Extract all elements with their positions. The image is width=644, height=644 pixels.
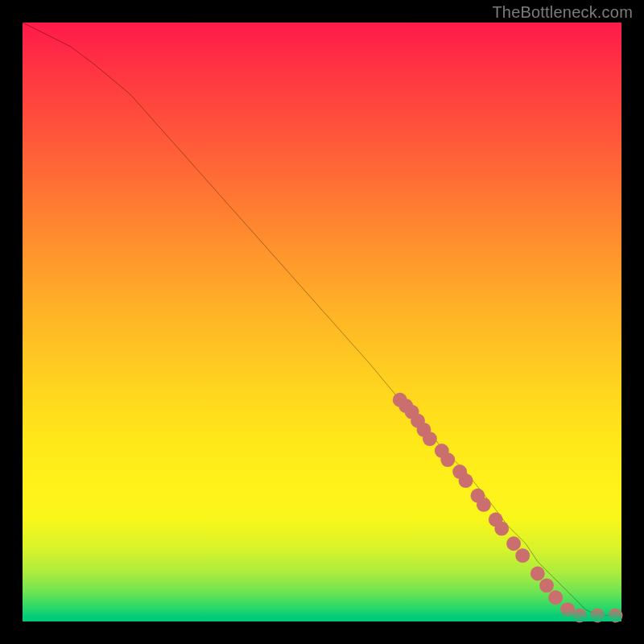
marker-dot (530, 567, 545, 581)
plot-area (23, 23, 621, 621)
marker-dot (440, 452, 455, 467)
marker-group (393, 393, 623, 623)
chart-frame: TheBottleneck.com (0, 0, 644, 644)
marker-dot (459, 473, 473, 488)
marker-dot (548, 590, 563, 605)
marker-dot (590, 609, 605, 623)
marker-dot (539, 578, 554, 592)
chart-svg (23, 23, 621, 621)
marker-dot (477, 497, 491, 512)
watermark-text: TheBottleneck.com (492, 3, 633, 22)
marker-dot (494, 522, 509, 536)
marker-dot (423, 431, 437, 446)
marker-dot (572, 609, 587, 623)
marker-dot (515, 548, 530, 563)
main-curve (23, 23, 621, 616)
marker-dot (609, 609, 623, 623)
marker-dot (506, 536, 521, 551)
